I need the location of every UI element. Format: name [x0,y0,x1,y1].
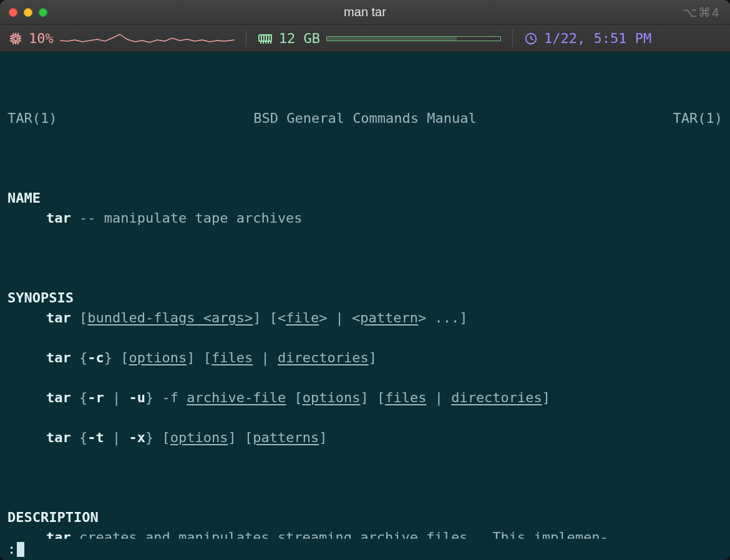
synopsis-line-4: tar {-t | -x} [options] [patterns] [7,428,723,448]
synopsis-line-1: tar [bundled-flags <args>] [<file> | <pa… [7,308,723,328]
clock-value: 1/22, 5:51 PM [544,31,651,46]
svg-rect-0 [12,35,19,42]
terminal-content[interactable]: TAR(1) BSD General Commands Manual TAR(1… [0,52,730,560]
shortcut-hint: ⌥⌘4 [683,5,720,20]
manpage-header: TAR(1) BSD General Commands Manual TAR(1… [7,109,723,128]
maximize-button[interactable] [39,8,47,17]
memory-value: 12 GB [279,31,320,46]
pager-prompt: : [7,539,16,559]
memory-bar [326,36,501,41]
section-synopsis: SYNOPSIS [7,290,74,306]
cpu-segment: 10% [9,29,235,47]
manpage-header-left: TAR(1) [7,109,57,128]
separator [512,30,513,47]
separator [246,30,246,47]
name-line: tar -- manipulate tape archives [7,208,723,228]
section-description: DESCRIPTION [7,509,99,525]
statusbar: 10% 12 GB [0,25,730,52]
svg-rect-1 [14,37,17,41]
memory-icon [258,32,273,45]
cpu-icon [9,32,22,46]
titlebar: man tar ⌥⌘4 [0,0,730,25]
manpage-header-right: TAR(1) [673,109,723,128]
clock-icon [524,32,538,46]
traffic-lights [9,8,47,17]
cpu-sparkline [60,29,235,47]
section-name: NAME [7,190,41,206]
name-rest: -- manipulate tape archives [71,210,303,226]
terminal-window: man tar ⌥⌘4 10% [0,0,730,560]
cpu-percent: 10% [29,31,54,46]
name-cmd: tar [46,210,71,226]
synopsis-line-2: tar {-c} [options] [files | directories] [7,348,723,368]
window-title: man tar [0,5,730,19]
minimize-button[interactable] [24,8,32,17]
close-button[interactable] [9,8,17,17]
cursor [17,542,24,557]
clock-segment: 1/22, 5:51 PM [524,31,651,46]
pager-statusline[interactable]: : [0,539,730,560]
memory-segment: 12 GB [258,31,501,46]
manpage-header-center: BSD General Commands Manual [57,109,673,128]
synopsis-line-3: tar {-r | -u} -f archive-file [options] … [7,388,723,408]
svg-line-26 [531,39,533,40]
